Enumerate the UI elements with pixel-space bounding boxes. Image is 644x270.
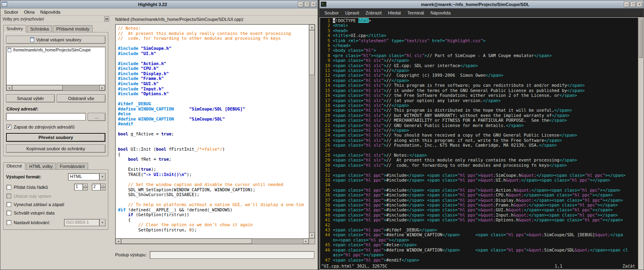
line-number: 42: [321, 223, 330, 227]
convert-files-button[interactable]: Převést soubory: [6, 133, 105, 142]
browse-button[interactable]: ...: [88, 113, 105, 121]
scrollbar-track[interactable]: [121, 239, 303, 244]
terminal-line: 17<span class="hl slc">// (at your optio…: [321, 98, 638, 103]
scroll-up-button[interactable]: ▲: [309, 25, 315, 30]
terminal-menu-item-3[interactable]: Hledat: [385, 10, 404, 16]
terminal-token: <head>: [333, 28, 348, 33]
terminal-token: //: [386, 58, 392, 63]
set-encoding-checkbox[interactable]: Nastavit kódování:: [6, 220, 50, 225]
scrollbar-thumb[interactable]: [309, 30, 315, 75]
terminal-token: "hl ppc": [572, 207, 592, 212]
minimize-button[interactable]: ─: [624, 2, 630, 7]
close-button[interactable]: ×: [311, 2, 316, 7]
combo-arrow-icon[interactable]: ▼: [99, 173, 105, 180]
code-token: g_fActive =: [128, 131, 161, 136]
terminal-token: GUI.h: [496, 207, 509, 212]
terminal-line: 41<span class="hl ppc">#include</span> <…: [321, 217, 638, 222]
terminal-menu-item-5[interactable]: Nápověda: [427, 10, 454, 16]
scrollbar-track[interactable]: [12, 85, 99, 90]
terminal-titlebar[interactable]: >_ marek@marek:~/nfs_home/Projects/SimCo…: [320, 0, 644, 8]
tab-0[interactable]: Soubory: [3, 25, 26, 33]
close-button[interactable]: ×: [637, 2, 642, 7]
file-list-hscrollbar[interactable]: ◄ ►: [6, 85, 105, 90]
spin-up-icon[interactable]: ▲: [83, 184, 88, 187]
scrollbar-thumb[interactable]: [639, 18, 643, 58]
terminal-screen[interactable]: 1<!DOCTYPE html>2<html>3<head>4<title>UI…: [320, 18, 643, 269]
menu-item-0[interactable]: Soubor: [1, 9, 21, 15]
code-token: "Options.h": [141, 91, 169, 96]
line-numbers-spin-2[interactable]: 2 ▲▼: [92, 184, 105, 190]
terminal-token: "hl pps": [458, 202, 478, 207]
preview-vscrollbar[interactable]: ▲ ▼: [309, 25, 315, 238]
scroll-left-button[interactable]: ◄: [116, 239, 121, 244]
remove-all-button[interactable]: Odstranit vše: [57, 94, 105, 102]
spin-up-icon[interactable]: ▲: [101, 184, 105, 187]
clear-selection-button[interactable]: Smazat výběr: [6, 94, 55, 102]
code-token: #include: [118, 46, 141, 51]
terminal-token: // GNU General Public License for more d…: [386, 123, 506, 128]
terminal-token: </span>: [559, 158, 577, 162]
vim-buffer[interactable]: 1<!DOCTYPE html>2<html>3<head>4<title>UI…: [321, 18, 638, 263]
terminal-token: #include: [386, 217, 407, 222]
terminal-line: 11<span class="hl slc">//</span>: [321, 68, 638, 73]
terminal-token: type=: [389, 38, 404, 43]
panel-splitter[interactable]: [111, 16, 114, 269]
preview-code-line: #endif: [118, 121, 309, 127]
line-number: 44: [321, 232, 330, 237]
tab-1[interactable]: HTML volby: [26, 163, 56, 170]
preview-code-line: // Simple message box showing some keys: [118, 237, 309, 238]
terminal-token: <span class=: [333, 73, 363, 78]
terminal-token: // This program is free software; you ca…: [386, 83, 567, 88]
line-numbers-spin-1[interactable]: 1 ▲▼: [74, 184, 88, 190]
scrollbar-thumb[interactable]: [121, 239, 252, 244]
terminal-menu-item-0[interactable]: Soubor: [321, 10, 342, 16]
select-input-files-button[interactable]: Vybrat vstupní soubory: [6, 36, 105, 44]
tab-2[interactable]: Formátování: [57, 163, 88, 170]
tab-1[interactable]: Schránka: [27, 25, 52, 32]
terminal-token: </span>: [539, 143, 557, 147]
tab-0[interactable]: Obecné: [3, 162, 25, 170]
file-list-item[interactable]: /home/marek/nfs_home/Projects/SimCoupe: [8, 48, 104, 52]
terminal-token: Frame.h: [496, 202, 514, 207]
code-preview[interactable]: // Notes:// At present this module only …: [115, 24, 315, 244]
maximize-button[interactable]: □: [630, 2, 636, 7]
scrollbar-thumb[interactable]: [12, 85, 63, 90]
terminal-menu-item-1[interactable]: Upravit: [342, 10, 362, 16]
encoding-value: ISO-8859-1: [64, 219, 99, 226]
terminal-menu-item-2[interactable]: Zobrazit: [362, 10, 385, 16]
copy-to-clipboard-button[interactable]: Kopírovat soubor do schránky: [6, 145, 105, 153]
terminal-token: #include: [386, 188, 407, 192]
menu-item-1[interactable]: Okna: [21, 9, 37, 15]
scroll-down-button[interactable]: ▼: [309, 233, 315, 238]
code-token: [118, 222, 138, 227]
terminal-token: //: [386, 103, 392, 108]
menu-item-2[interactable]: Nápověda: [37, 9, 63, 15]
add-line-numbers-checkbox[interactable]: Přidat čísla řádků: [6, 185, 48, 190]
terminal-menu-item-4[interactable]: Terminál: [404, 10, 427, 16]
highlight-window-title: Highlight 3.22: [8, 2, 297, 7]
minimize-button[interactable]: ─: [298, 2, 303, 7]
write-to-source-checkbox[interactable]: ✓ Zapsat do zdrojových adresářů: [6, 125, 105, 129]
omit-header-checkbox[interactable]: Vynechat záhlaví a zápatí: [6, 202, 105, 207]
scroll-right-button[interactable]: ►: [303, 239, 309, 244]
code-token: "SimCoupe/SDL": [189, 117, 225, 121]
terminal-menubar: SouborUpravitZobrazitHledatTerminálNápov…: [320, 8, 644, 17]
validate-input-checkbox[interactable]: Schválit vstupní data: [6, 211, 105, 215]
output-format-combo[interactable]: HTML ▼: [68, 173, 105, 180]
preview-hscrollbar[interactable]: ◄ ►: [116, 238, 309, 244]
spin-down-icon[interactable]: ▼: [101, 187, 105, 191]
terminal-scrollbar[interactable]: [638, 18, 643, 269]
highlight-titlebar[interactable]: Highlight 3.22 ─ □ ×: [0, 0, 318, 8]
scrollbar-track[interactable]: [309, 30, 315, 233]
target-directory-input[interactable]: [6, 113, 86, 121]
input-file-list[interactable]: /home/marek/nfs_home/Projects/SimCoupe ◄…: [6, 47, 105, 91]
terminal-token: ></span>: [592, 207, 613, 212]
scroll-right-button[interactable]: ►: [99, 85, 105, 90]
dock-float-button[interactable]: [104, 16, 109, 21]
maximize-button[interactable]: □: [304, 2, 310, 7]
tab-2[interactable]: Přídavné moduly: [53, 25, 93, 32]
code-token: "SimCoupe/SDL [DEBUG]": [189, 106, 245, 111]
code-token: #include: [118, 86, 141, 91]
spin-down-icon[interactable]: ▼: [83, 187, 88, 191]
scroll-left-button[interactable]: ◄: [6, 85, 12, 90]
